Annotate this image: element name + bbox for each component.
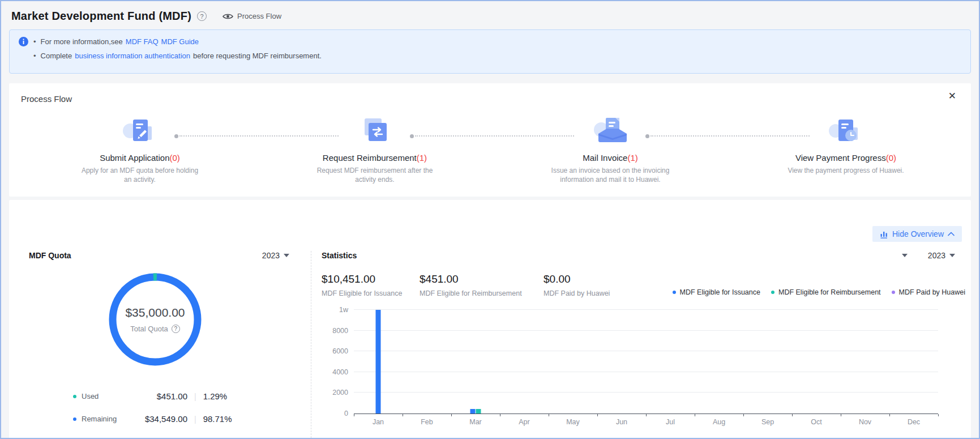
gridline [354, 392, 938, 393]
chart-x-axis: JanFebMarAprMayJunJulAugSepOctNovDec [354, 414, 938, 426]
legend-item-eligible-issuance[interactable]: MDF Eligible for Issuance [673, 288, 760, 296]
step-connector [645, 134, 810, 138]
axis-tick [695, 414, 695, 416]
total-quota-help-icon[interactable]: ? [172, 325, 180, 333]
title-help-icon[interactable]: ? [197, 11, 207, 21]
legend-item-paid-by-huawei[interactable]: MDF Paid by Huawei [892, 288, 965, 296]
process-flow-toggle[interactable]: Process Flow [222, 12, 281, 20]
y-axis-label: 6000 [332, 347, 348, 355]
axis-tick [597, 414, 598, 416]
legend-item-eligible-reimbursement[interactable]: MDF Eligible for Reimbursement [771, 288, 881, 296]
step-connector [174, 134, 339, 138]
step-title: View Payment Progress(0) [767, 153, 925, 163]
x-axis-label: Feb [403, 418, 451, 426]
statistics-bar-chart: 020004000600080001w JanFebMarAprMayJunJu… [322, 310, 965, 426]
stat-card-eligible-reimbursement: $451.00 MDF Eligible for Reimbursement [420, 273, 544, 297]
process-flow-toggle-label: Process Flow [237, 12, 281, 20]
x-axis-label: Dec [889, 418, 938, 426]
info-icon [19, 37, 28, 46]
quota-title: MDF Quota [29, 251, 71, 260]
process-flow-panel-title: Process Flow [21, 94, 72, 104]
x-axis-label: Jan [354, 418, 403, 426]
quota-legend-remaining: Remaining $34,549.00 | 98.71% [73, 414, 289, 424]
banner-line2-prefix: Complete [41, 52, 72, 60]
statistics-title: Statistics [322, 251, 357, 260]
close-icon[interactable]: ✕ [948, 91, 956, 101]
document-clock-icon [767, 115, 925, 149]
process-step-submit-application: Submit Application(0) Apply for an MDF q… [61, 115, 219, 184]
step-description: Request MDF reimbursement after the acti… [314, 166, 435, 184]
axis-tick [403, 414, 403, 416]
total-quota-value: $35,000.00 [125, 306, 185, 319]
step-description: Issue an invoice based on the invoicing … [550, 166, 671, 184]
quota-legend-used: Used $451.00 | 1.29% [73, 391, 289, 401]
process-step-mail-invoice: Mail Invoice(1) Issue an invoice based o… [531, 115, 690, 184]
mdf-quota-section: MDF Quota 2023 $35,000.00 Total Quota? [9, 251, 311, 438]
invoice-mail-icon [531, 115, 690, 149]
x-axis-label: Mar [451, 418, 500, 426]
business-auth-link[interactable]: business information authentication [75, 52, 190, 60]
overview-panel: Hide Overview MDF Quota 2023 $35,000.00 [9, 200, 971, 439]
used-dot-icon [73, 395, 76, 398]
mdf-console-page: Market Development Fund (MDF) ? Process … [0, 0, 980, 439]
step-count[interactable]: (0) [886, 153, 896, 163]
step-count[interactable]: (1) [627, 153, 637, 163]
hide-overview-button[interactable]: Hide Overview [872, 226, 962, 242]
step-title: Submit Application(0) [61, 153, 219, 163]
axis-tick [792, 414, 793, 416]
x-axis-label: Jun [597, 418, 646, 426]
statistics-year-select[interactable]: 2023 [928, 251, 955, 260]
x-axis-label: Jul [646, 418, 695, 426]
gridline [354, 330, 938, 331]
y-axis-label: 0 [344, 410, 348, 417]
y-axis-label: 2000 [332, 389, 348, 397]
bar-group-mar [470, 409, 481, 414]
statistics-filter-select[interactable] [902, 254, 908, 257]
chart-legend: MDF Eligible for Issuance MDF Eligible f… [673, 288, 965, 296]
banner-line1-text: For more information,see [41, 37, 123, 46]
x-axis-label: Oct [792, 418, 841, 426]
banner-line2-suffix: before requesting MDF reimbursement. [193, 52, 322, 60]
bar-group-jan [376, 310, 381, 414]
page-header: Market Development Fund (MDF) ? Process … [1, 1, 979, 25]
quota-year-select[interactable]: 2023 [262, 251, 289, 260]
document-edit-icon [61, 115, 219, 149]
step-count[interactable]: (0) [170, 153, 180, 163]
x-axis-label: May [549, 418, 597, 426]
mdf-guide-link[interactable]: MDF Guide [161, 37, 199, 46]
chevron-up-icon [948, 232, 955, 236]
bar-mar [476, 409, 481, 414]
stat-card-paid-by-huawei: $0.00 MDF Paid by Huawei [544, 273, 634, 297]
bar-jan [376, 310, 381, 414]
legend-dot-icon [771, 291, 774, 294]
transfer-arrows-icon [296, 115, 454, 149]
bullet: • [33, 37, 36, 46]
chevron-down-icon [902, 254, 908, 257]
axis-tick [889, 414, 890, 416]
axis-tick [354, 414, 354, 416]
y-axis-label: 4000 [332, 368, 348, 376]
step-count[interactable]: (1) [417, 153, 427, 163]
x-axis-label: Sep [743, 418, 792, 426]
bullet: • [33, 52, 36, 61]
page-title: Market Development Fund (MDF) [11, 10, 191, 23]
x-axis-label: Nov [841, 418, 889, 426]
step-description: View the payment progress of Huawei. [785, 166, 906, 175]
legend-dot-icon [673, 291, 676, 294]
step-connector [410, 134, 574, 138]
x-axis-label: Aug [695, 418, 743, 426]
process-flow-panel: Process Flow ✕ Submit Application(0) App… [9, 83, 971, 197]
y-axis-label: 8000 [332, 327, 348, 335]
step-title: Mail Invoice(1) [531, 153, 690, 163]
stat-card-eligible-issuance: $10,451.00 MDF Eligible for Issuance [322, 273, 420, 297]
x-axis-label: Apr [500, 418, 549, 426]
axis-tick [549, 414, 549, 416]
gridline [354, 372, 938, 372]
step-title: Request Reimbursement(1) [296, 153, 454, 163]
mdf-faq-link[interactable]: MDF FAQ [126, 37, 159, 46]
remaining-dot-icon [73, 417, 76, 421]
quota-donut-chart: $35,000.00 Total Quota? [107, 271, 203, 368]
info-banner: • For more information,see MDF FAQ MDF G… [9, 29, 971, 74]
eye-icon [222, 13, 233, 20]
legend-dot-icon [892, 291, 895, 294]
